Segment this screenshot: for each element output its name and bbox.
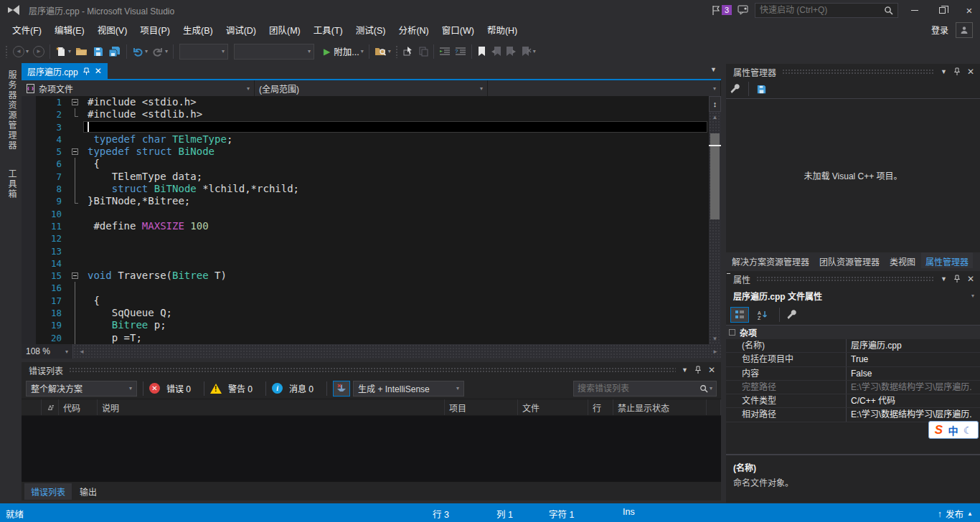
column-header-禁止显示状态[interactable]: 禁止显示状态	[613, 399, 707, 415]
quick-launch-box[interactable]	[755, 3, 898, 18]
error-list-search-input[interactable]	[578, 384, 699, 394]
menu-item-9[interactable]: 测试(S)	[349, 23, 392, 39]
window-position-dropdown-icon[interactable]: ▼	[941, 68, 947, 75]
member-dropdown[interactable]: ▾	[488, 80, 721, 96]
column-header-blank[interactable]	[707, 399, 721, 415]
menu-item-11[interactable]: 窗口(W)	[435, 23, 481, 39]
publish-button[interactable]: ↑ 发布 ▲	[938, 507, 973, 521]
toolbar-combo-1[interactable]: ▾	[179, 44, 228, 60]
menu-item-2[interactable]: 编辑(E)	[48, 23, 91, 39]
horizontal-scrollbar[interactable]: 108 % ▾ ◄ ►	[22, 344, 721, 359]
previous-bookmark-button[interactable]	[489, 43, 504, 60]
left-strip-tab-2[interactable]: 工具箱	[6, 165, 18, 204]
error-list-search-box[interactable]: ▾	[573, 381, 717, 397]
code-line-7[interactable]: 7 TElemType data;	[22, 171, 709, 183]
pin-icon[interactable]	[694, 366, 702, 374]
paste-button[interactable]	[416, 43, 430, 60]
sign-in-link[interactable]: 登录	[931, 24, 948, 36]
code-line-5[interactable]: 5typedef struct BiNode	[22, 146, 709, 158]
menu-item-6[interactable]: 调试(D)	[220, 23, 263, 39]
menu-item-12[interactable]: 帮助(H)	[481, 23, 524, 39]
menu-item-5[interactable]: 生成(B)	[176, 23, 220, 39]
fold-margin[interactable]	[69, 208, 83, 220]
feedback-icon[interactable]	[738, 5, 749, 15]
scroll-right-arrow[interactable]: ►	[712, 348, 718, 355]
close-icon[interactable]: ✕	[967, 274, 974, 284]
code-line-6[interactable]: 6 {	[22, 158, 709, 170]
filter-toggle-button[interactable]	[333, 381, 350, 397]
code-editor[interactable]: 1#include <stdio.h>2#include <stdlib.h>3…	[22, 96, 709, 344]
vertical-scrollbar-thumb[interactable]	[710, 133, 720, 219]
code-line-1[interactable]: 1#include <stdio.h>	[22, 96, 709, 108]
column-header-sort[interactable]	[42, 399, 59, 415]
column-header-blank[interactable]	[22, 399, 42, 415]
selected-object-dropdown[interactable]: 层序遍历.cpp 文件属性 ▾	[726, 287, 980, 305]
document-tab[interactable]: 层序遍历.cpp ✕	[22, 63, 108, 79]
code-line-15[interactable]: 15void Traverse(Bitree T)	[22, 270, 709, 282]
property-value[interactable]: 层序遍历.cpp	[847, 339, 980, 352]
fold-margin[interactable]	[69, 307, 83, 319]
scroll-up-arrow[interactable]: ▲	[709, 112, 721, 123]
pin-icon[interactable]	[83, 67, 90, 75]
restore-button[interactable]	[931, 2, 953, 18]
toolbar-grip[interactable]	[395, 45, 399, 58]
property-category-row[interactable]: 杂项	[726, 326, 980, 339]
editor-splitter-handle[interactable]: ↕	[709, 96, 721, 112]
code-line-10[interactable]: 10	[22, 208, 709, 220]
dock-tab-3[interactable]: 类视图	[885, 252, 920, 268]
close-icon[interactable]: ✕	[708, 365, 715, 375]
window-position-dropdown-icon[interactable]: ▼	[682, 366, 688, 374]
increase-indent-button[interactable]: ?	[453, 43, 468, 60]
fold-margin[interactable]	[69, 220, 83, 232]
left-strip-tab-1[interactable]: 服务器资源管理器	[6, 66, 18, 155]
code-line-4[interactable]: 4 typedef char TElmeType;	[22, 133, 709, 146]
open-file-button[interactable]	[73, 43, 90, 60]
fold-collapse-icon[interactable]	[72, 148, 78, 155]
fold-margin[interactable]	[69, 257, 83, 270]
code-line-8[interactable]: 8 struct BiTNode *lchild,*rchild;	[22, 183, 709, 195]
code-line-18[interactable]: 18 SqQueue Q;	[22, 307, 709, 319]
property-value[interactable]: E:\学习\数据结构学习\层序遍历.	[847, 381, 980, 394]
clear-bookmarks-button[interactable]: ▾	[519, 43, 538, 60]
property-row-6[interactable]: 相对路径E:\学习\数据结构学习\层序遍历.	[726, 408, 980, 422]
menu-item-3[interactable]: 视图(V)	[91, 23, 134, 39]
undo-button[interactable]: ▾	[130, 43, 150, 60]
fold-margin[interactable]	[69, 232, 83, 245]
fold-collapse-icon[interactable]	[72, 272, 78, 279]
fold-margin[interactable]	[69, 108, 83, 120]
warnings-count-button[interactable]: 警告 0	[228, 382, 253, 394]
messages-count-button[interactable]: 消息 0	[289, 382, 314, 394]
categorized-view-button[interactable]	[730, 307, 749, 323]
code-line-19[interactable]: 19 Bitree p;	[22, 319, 709, 331]
fold-margin[interactable]	[69, 158, 83, 170]
toggle-bookmark-button[interactable]	[475, 43, 489, 60]
fold-margin[interactable]	[69, 171, 83, 183]
code-line-16[interactable]: 16	[22, 282, 709, 294]
code-line-11[interactable]: 11 #define MAXSIZE 100	[22, 220, 709, 232]
close-icon[interactable]: ✕	[967, 67, 974, 77]
alphabetical-sort-button[interactable]: AZ	[753, 307, 772, 323]
source-filter-dropdown[interactable]: 生成 + IntelliSense▾	[353, 381, 464, 397]
property-row-5[interactable]: 文件类型C/C++ 代码	[726, 394, 980, 408]
navigate-forward-button[interactable]: ►	[31, 43, 47, 60]
pin-icon[interactable]	[953, 275, 961, 283]
save-icon[interactable]	[756, 84, 767, 95]
navigate-to-button[interactable]	[401, 43, 416, 60]
scroll-down-arrow[interactable]: ▼	[709, 333, 721, 344]
decrease-indent-button[interactable]	[437, 43, 453, 60]
code-line-20[interactable]: 20 p =T;	[22, 332, 709, 344]
fold-collapse-icon[interactable]	[72, 99, 78, 105]
vertical-scrollbar[interactable]: ▲ ▼	[709, 112, 721, 344]
code-line-12[interactable]: 12	[22, 232, 709, 245]
find-in-files-button[interactable]: ▾	[372, 43, 393, 60]
window-position-dropdown-icon[interactable]: ▼	[941, 275, 947, 283]
toolbar-combo-2[interactable]: ▾	[234, 44, 314, 60]
fold-margin[interactable]	[69, 121, 83, 133]
code-line-14[interactable]: 14	[22, 257, 709, 270]
scope-dropdown[interactable]: (全局范围) ▾	[255, 80, 488, 96]
ime-language-widget[interactable]: S 中 ☾	[928, 421, 979, 439]
fold-margin[interactable]	[69, 319, 83, 331]
errors-count-button[interactable]: 错误 0	[166, 382, 191, 394]
menu-item-1[interactable]: 文件(F)	[6, 23, 48, 39]
dock-tab-2[interactable]: 团队资源管理器	[815, 252, 884, 268]
